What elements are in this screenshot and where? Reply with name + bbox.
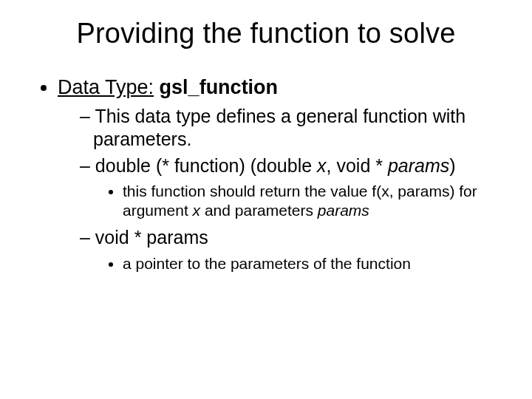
text: ) — [449, 155, 455, 176]
data-type-value: gsl_function — [160, 76, 279, 98]
sub-params-field: void * params a pointer to the parameter… — [80, 226, 495, 273]
bullet-list-level1: Data Type: gsl_function This data type d… — [37, 76, 495, 273]
text: void * params — [95, 227, 208, 248]
bullet-list-level3: this function should return the value f(… — [93, 182, 495, 221]
bullet-list-level3: a pointer to the parameters of the funct… — [93, 254, 495, 273]
bullet-list-level2: This data type defines a general functio… — [58, 105, 495, 273]
sub-function-signature: double (* function) (double x, void * pa… — [80, 154, 495, 221]
params-note: a pointer to the parameters of the funct… — [123, 254, 495, 273]
slide: Providing the function to solve Data Typ… — [0, 0, 532, 399]
text-italic-params: params — [318, 202, 369, 219]
sub-description: This data type defines a general functio… — [80, 105, 495, 151]
text: double (* function) (double — [95, 155, 317, 176]
text: a pointer to the parameters of the funct… — [123, 255, 411, 272]
text-italic-params: params — [388, 155, 449, 176]
text: , void * — [327, 155, 388, 176]
bullet-data-type: Data Type: gsl_function This data type d… — [58, 76, 495, 273]
data-type-label: Data Type: — [58, 76, 154, 98]
slide-title: Providing the function to solve — [37, 18, 495, 50]
text: This data type defines a general functio… — [93, 106, 466, 149]
text-italic-x: x — [193, 202, 201, 219]
text-italic-x: x — [317, 155, 327, 176]
function-note: this function should return the value f(… — [123, 182, 495, 221]
text: and parameters — [200, 202, 318, 219]
